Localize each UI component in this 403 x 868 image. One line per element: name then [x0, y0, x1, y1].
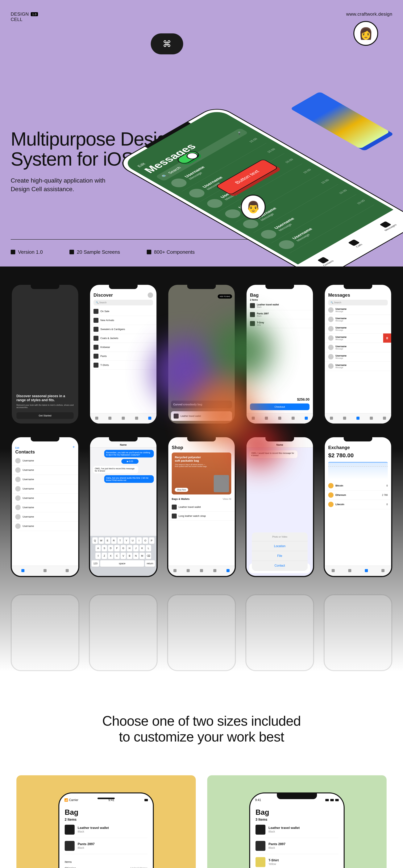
action-sheet: Photo or Video Location File Contact	[252, 532, 308, 570]
version-badge: 1.0	[31, 12, 38, 16]
sheet-option[interactable]: Contact	[252, 561, 308, 570]
message-row[interactable]: UsernameMessage	[325, 362, 391, 371]
avatar-icon[interactable]	[148, 292, 153, 298]
category-row[interactable]: T-Shirts	[90, 361, 156, 370]
bag-item[interactable]: Leather travel walletBlack	[247, 301, 313, 310]
keyboard[interactable]: QWERTYUIOP ASDFGHJKL ⇧ZXCVBNM⌫ 123spacer…	[90, 536, 156, 576]
sheet-option[interactable]: Location	[252, 541, 308, 551]
tab-messages[interactable]: Messages	[377, 220, 398, 231]
components-icon	[147, 250, 151, 254]
contact-row[interactable]: Username	[12, 456, 78, 465]
brand-logo: DESIGN 1.0 CELL	[11, 11, 38, 22]
tab-bar	[90, 413, 156, 424]
message-row[interactable]: UsernameMessage	[325, 305, 391, 315]
mockup-product: ADD TO BAG Curved crossbody bag Leather …	[167, 284, 236, 425]
contact-row[interactable]: Username	[12, 484, 78, 494]
size-card-pro: 9:41 Bag 3 Items Leather travel walletBl…	[207, 775, 386, 868]
size-card-se: 📶 Carrier9:41 Bag 2 Items Leather travel…	[17, 775, 196, 868]
mockup-discover: Discover 🔍 Search On SaleNew ArrivalsSwe…	[89, 284, 158, 425]
mockup-messages: Messages 🔍 Search UsernameMessage Userna…	[323, 284, 392, 425]
sizes-heading: Choose one of two sizes includedto custo…	[11, 713, 392, 745]
shop-hero-card[interactable]: Recycled polyestersoft packable bag This…	[172, 453, 231, 494]
contact-row[interactable]: Username	[12, 522, 78, 531]
category-row[interactable]: On Sale	[90, 307, 156, 316]
contact-row[interactable]: Username	[12, 503, 78, 512]
hero-subtitle: Create high-quality application withDesi…	[11, 176, 135, 193]
mockup-onboarding: Discover seasonal pieces in a range of s…	[11, 284, 80, 425]
mockup-actionsheet: Name OMG, I would have to record this me…	[245, 436, 314, 577]
meta-components: 800+ Components	[147, 249, 195, 255]
alt-product[interactable]: Leather travel wallet	[171, 411, 232, 421]
search-input[interactable]: 🔍 Search	[328, 300, 388, 305]
meta-screens: 20 Sample Screens	[69, 249, 120, 255]
message-row[interactable]: UsernameMessage 15:00	[254, 184, 356, 243]
gallery-section: Discover seasonal pieces in a range of s…	[0, 267, 403, 671]
message-row[interactable]: UsernameMessage 🗑	[325, 334, 391, 343]
site-url[interactable]: www.craftwork.design	[346, 11, 392, 17]
bag-item[interactable]: Pants 2897Black	[247, 310, 313, 319]
ghost-row	[11, 594, 392, 671]
mockup-exchange: Exchange $2 780.00 Bitcoin0Ethereum2 780…	[323, 436, 392, 577]
category-row[interactable]: Sweaters & Cardigans	[90, 325, 156, 334]
file-icon	[11, 250, 15, 254]
coin-row[interactable]: Bitcoin0	[325, 481, 391, 491]
bag-item[interactable]: Pants 2897Black	[255, 838, 338, 854]
contact-row[interactable]: Username	[12, 512, 78, 522]
category-row[interactable]: New Arrivals	[90, 316, 156, 325]
message-row[interactable]: UsernameMessage	[325, 324, 391, 334]
get-started-button[interactable]: Get Started	[17, 412, 74, 419]
screens-icon	[69, 250, 74, 254]
mockup-contacts: Edit + Contacts UsernameUsernameUsername…	[11, 436, 80, 577]
coin-row[interactable]: Ethereum2 780	[325, 491, 391, 500]
bag-item[interactable]: Leather travel walletBlack	[65, 822, 148, 838]
delete-swipe[interactable]: 🗑	[383, 334, 391, 343]
coin-row[interactable]: Litecoin0	[325, 500, 391, 509]
bag-item[interactable]: T-ShirtYellow	[255, 854, 338, 868]
meta-version: Version 1.0	[11, 249, 43, 255]
bag-item[interactable]: Leather travel walletBlack	[255, 822, 338, 838]
category-row[interactable]: Pants	[90, 352, 156, 361]
iphone-se-mockup: 📶 Carrier9:41 Bag 2 Items Leather travel…	[58, 793, 154, 868]
contact-row[interactable]: Username	[12, 494, 78, 503]
sheet-option[interactable]: File	[252, 551, 308, 561]
iphone-11-pro-mockup: 9:41 Bag 3 Items Leather travel walletBl…	[249, 793, 345, 868]
search-input[interactable]: 🔍 Search	[93, 300, 153, 305]
add-icon[interactable]: +	[72, 445, 75, 449]
message-row[interactable]: UsernameMessage	[325, 343, 391, 352]
mockup-bag: Bag 2 Items Leather travel walletBlackPa…	[245, 284, 314, 425]
message-row[interactable]: UsernameMessage	[325, 352, 391, 362]
contact-row[interactable]: Username	[12, 475, 78, 484]
balance-chart	[328, 462, 388, 479]
checkout-button[interactable]: Checkout	[250, 403, 310, 410]
shop-row[interactable]: Long leather watch strap	[168, 512, 235, 521]
mockup-chat: Name Remember, you told me you'll send m…	[89, 436, 158, 577]
edit-link[interactable]: Edit	[15, 446, 19, 449]
add-to-bag-pill[interactable]: ADD TO BAG	[218, 294, 232, 299]
mockup-shop: Shop Recycled polyestersoft packable bag…	[167, 436, 236, 577]
shop-row[interactable]: Leather travel wallet	[168, 503, 235, 512]
avatar-illustration: 👨	[241, 194, 266, 219]
bag-item[interactable]: T-GreyGrey	[247, 319, 313, 328]
bag-item[interactable]: Pants 2897Black	[65, 838, 148, 854]
command-icon: ⌘	[151, 33, 183, 54]
tab-calls[interactable]: Calls	[348, 239, 364, 248]
message-row[interactable]: UsernameMessage 15:00	[272, 194, 374, 253]
message-row[interactable]: UsernameMessage	[325, 315, 391, 324]
sizes-section: Choose one of two sizes includedto custo…	[0, 671, 403, 868]
category-row[interactable]: Knitwear	[90, 343, 156, 352]
avatar-illustration: 👩	[353, 21, 378, 46]
hero-section: DESIGN 1.0 CELL www.craftwork.design ⌘ 👩…	[0, 0, 403, 267]
contact-row[interactable]: Username	[12, 465, 78, 475]
tab-contacts[interactable]: Contacts	[315, 256, 335, 267]
category-row[interactable]: Coats & Jackets	[90, 334, 156, 343]
